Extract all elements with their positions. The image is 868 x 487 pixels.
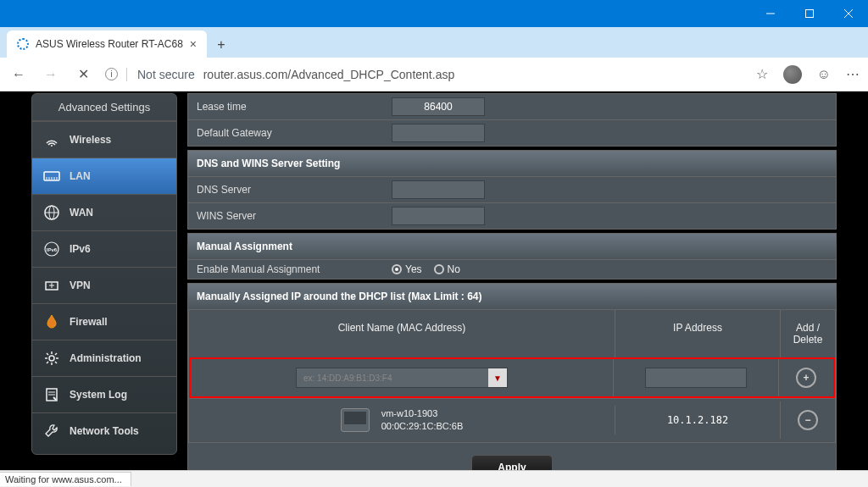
forward-button[interactable]: → — [41, 67, 61, 82]
more-icon[interactable]: ⋯ — [846, 66, 860, 82]
new-tab-button[interactable]: + — [209, 32, 234, 58]
browser-tab-active[interactable]: ASUS Wireless Router RT-AC68 × — [7, 30, 207, 58]
dns-server-label: DNS Server — [197, 184, 392, 196]
ip-cell: 10.1.2.182 — [615, 406, 780, 434]
chevron-down-icon: ▼ — [488, 368, 507, 387]
sidebar-item-label: Administration — [70, 352, 142, 364]
sidebar-heading: Advanced Settings — [32, 94, 176, 121]
sidebar-item-network-tools[interactable]: Network Tools — [32, 412, 176, 449]
vpn-icon — [42, 276, 61, 295]
sidebar-item-wan[interactable]: WAN — [32, 194, 176, 230]
col-ip: IP Address — [615, 310, 780, 357]
url-text: router.asus.com/Advanced_DHCP_Content.as… — [203, 68, 455, 81]
dns-server-input[interactable] — [392, 180, 485, 199]
window-close-button[interactable] — [829, 0, 868, 27]
fire-icon — [42, 313, 61, 331]
add-button[interactable]: + — [796, 368, 816, 388]
sidebar-item-firewall[interactable]: Firewall — [32, 303, 176, 340]
sidebar-item-label: VPN — [70, 279, 91, 291]
lan-icon — [42, 167, 61, 185]
lease-time-input[interactable] — [392, 97, 485, 116]
ip-input[interactable] — [645, 368, 747, 388]
col-client: Client Name (MAC Address) — [189, 310, 615, 357]
delete-button[interactable]: − — [798, 410, 818, 430]
radio-icon — [434, 264, 444, 274]
client-info: vm-w10-1903 00:0C:29:1C:BC:6B — [381, 407, 464, 434]
back-button[interactable]: ← — [8, 67, 29, 82]
sidebar-item-label: Firewall — [70, 316, 108, 328]
sidebar-item-label: LAN — [70, 170, 91, 182]
ip-list-heading: Manually Assigned IP around the DHCP lis… — [188, 284, 836, 309]
ip-list-section: Manually Assigned IP around the DHCP lis… — [187, 283, 837, 470]
url-box[interactable]: i Not secure router.asus.com/Advanced_DH… — [105, 68, 744, 81]
log-icon — [42, 385, 61, 404]
new-assignment-row: ex: 14:DD:A9:B1:D3:F4 ▼ + — [189, 357, 835, 398]
table-row: vm-w10-1903 00:0C:29:1C:BC:6B 10.1.2.182… — [189, 398, 835, 442]
stop-button[interactable]: ✕ — [73, 66, 93, 82]
browser-statusbar: Waiting for www.asus.com... — [0, 470, 868, 487]
profile-avatar[interactable] — [783, 65, 802, 84]
sidebar-item-lan[interactable]: LAN — [32, 158, 176, 194]
col-action: Add /Delete — [780, 310, 835, 357]
sidebar-item-administration[interactable]: Administration — [32, 340, 176, 376]
manual-assignment-section: Manual Assignment Enable Manual Assignme… — [187, 233, 837, 279]
dns-wins-section: DNS and WINS Server Setting DNS Server W… — [187, 150, 837, 230]
wifi-icon — [42, 130, 61, 149]
ipv6-icon: IPv6 — [42, 240, 61, 258]
svg-point-4 — [51, 145, 53, 147]
sidebar-item-label: IPv6 — [70, 243, 91, 255]
window-minimize-button[interactable] — [751, 0, 790, 27]
info-icon: i — [105, 68, 118, 80]
manual-assignment-heading: Manual Assignment — [188, 234, 836, 259]
tab-close-button[interactable]: × — [190, 37, 197, 51]
not-secure-label: Not secure — [126, 68, 195, 81]
dropdown-placeholder: ex: 14:DD:A9:B1:D3:F4 — [303, 374, 392, 383]
sidebar-item-ipv6[interactable]: IPv6 IPv6 — [32, 230, 176, 267]
tab-title: ASUS Wireless Router RT-AC68 — [36, 38, 183, 50]
monitor-icon — [341, 408, 370, 432]
window-maximize-button[interactable] — [790, 0, 829, 27]
tools-icon — [42, 422, 61, 440]
wins-server-input[interactable] — [392, 207, 485, 225]
sidebar-item-vpn[interactable]: VPN — [32, 267, 176, 303]
svg-rect-1 — [806, 10, 814, 18]
favorite-icon[interactable]: ☆ — [756, 66, 768, 82]
apply-button[interactable]: Apply — [471, 455, 552, 470]
lease-time-label: Lease time — [197, 101, 392, 113]
sidebar-item-label: WAN — [70, 207, 93, 219]
basic-settings-section: Lease time Default Gateway — [187, 93, 837, 147]
browser-address-bar: ← → ✕ i Not secure router.asus.com/Advan… — [0, 58, 868, 91]
sidebar-item-label: Wireless — [70, 134, 111, 146]
sidebar-item-system-log[interactable]: System Log — [32, 376, 176, 412]
radio-no[interactable]: No — [434, 263, 460, 275]
sidebar-item-label: Network Tools — [70, 425, 139, 437]
window-titlebar — [0, 0, 868, 27]
enable-manual-label: Enable Manual Assignment — [197, 263, 392, 275]
default-gateway-input[interactable] — [392, 124, 485, 142]
sidebar: Advanced Settings Wireless LAN WAN IPv6 … — [31, 93, 177, 470]
table-header: Client Name (MAC Address) IP Address Add… — [189, 310, 835, 357]
page-content: Advanced Settings Wireless LAN WAN IPv6 … — [0, 91, 868, 470]
gear-icon — [42, 349, 61, 368]
client-mac-dropdown[interactable]: ex: 14:DD:A9:B1:D3:F4 ▼ — [296, 368, 508, 388]
emoji-icon[interactable]: ☺ — [817, 67, 831, 82]
status-text: Waiting for www.asus.com... — [0, 472, 131, 486]
default-gateway-label: Default Gateway — [197, 127, 392, 139]
sidebar-item-label: System Log — [70, 389, 127, 401]
dns-wins-heading: DNS and WINS Server Setting — [188, 151, 836, 176]
svg-text:IPv6: IPv6 — [47, 247, 58, 252]
main-content: Lease time Default Gateway DNS and WINS … — [177, 93, 837, 470]
radio-yes[interactable]: Yes — [392, 263, 422, 275]
globe-icon — [42, 203, 61, 222]
browser-tabbar: ASUS Wireless Router RT-AC68 × + — [0, 27, 868, 58]
wins-server-label: WINS Server — [197, 210, 392, 222]
radio-icon — [392, 264, 402, 274]
tab-favicon — [17, 38, 29, 50]
sidebar-item-wireless[interactable]: Wireless — [32, 121, 176, 158]
svg-point-17 — [49, 356, 54, 361]
